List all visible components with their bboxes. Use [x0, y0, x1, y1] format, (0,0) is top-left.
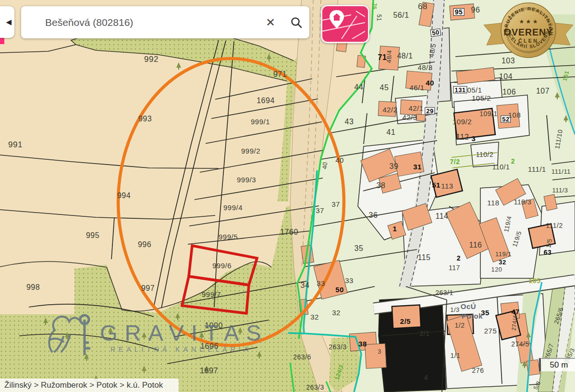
breadcrumb-text: Žilinský > Ružomberok > Potok > k.ú. Pot… [4, 380, 163, 390]
building [394, 152, 424, 177]
scale-label: 50 m [550, 360, 568, 370]
search-input[interactable] [44, 16, 257, 29]
search-icon[interactable] [283, 10, 309, 36]
building [416, 114, 426, 121]
building [400, 100, 422, 115]
building [379, 46, 399, 71]
building [392, 305, 421, 329]
building [450, 4, 475, 20]
map-with-location-pin-icon [322, 6, 365, 39]
breadcrumb[interactable]: Žilinský > Ružomberok > Potok > k.ú. Pot… [0, 379, 179, 392]
clear-search-button[interactable]: ✕ [257, 10, 283, 36]
cadastral-map-app: 9919929939949959969979989711694999/1999/… [0, 0, 575, 392]
building [406, 71, 432, 90]
building [365, 344, 387, 368]
cadastral-map[interactable] [0, 0, 575, 392]
building [454, 108, 495, 139]
search-bar: ✕ [21, 6, 309, 38]
map-style-button[interactable] [321, 5, 369, 43]
building [497, 104, 520, 129]
building [378, 101, 396, 117]
back-arrow-icon: ◀ [6, 18, 12, 26]
back-button[interactable]: ◀ [0, 6, 14, 38]
building [528, 224, 555, 248]
scale-bar: 50 m [539, 358, 575, 371]
